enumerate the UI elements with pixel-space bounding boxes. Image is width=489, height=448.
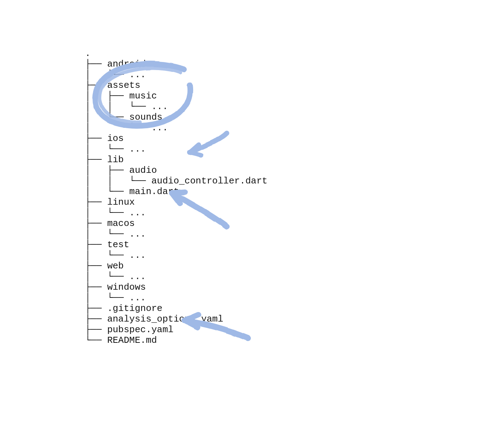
file-tree: . ├── android │ └── ... ├── assets │ ├──… xyxy=(85,48,268,346)
diagram-canvas: . ├── android │ └── ... ├── assets │ ├──… xyxy=(0,0,489,448)
